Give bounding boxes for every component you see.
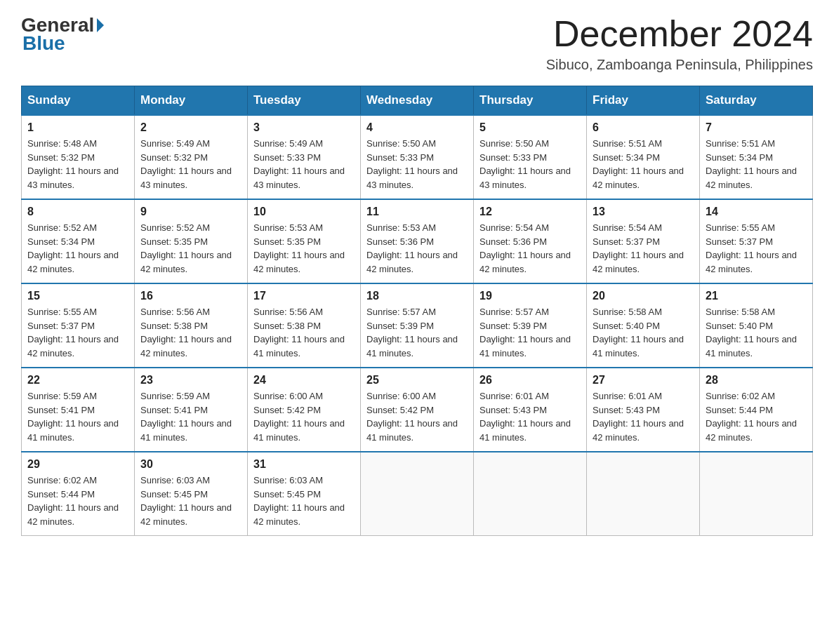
day-info-14: Sunrise: 5:55 AMSunset: 5:37 PMDaylight:… [706,221,807,276]
day-number-1: 1 [27,121,128,134]
day-number-12: 12 [479,206,581,218]
day-cell-23: 23Sunrise: 5:59 AMSunset: 5:41 PMDayligh… [135,368,248,452]
day-cell-25: 25Sunrise: 6:00 AMSunset: 5:42 PMDayligh… [361,368,474,452]
header-wednesday: Wednesday [361,86,474,116]
day-number-14: 14 [706,206,807,218]
day-cell-13: 13Sunrise: 5:54 AMSunset: 5:37 PMDayligh… [587,199,700,283]
day-info-26: Sunrise: 6:01 AMSunset: 5:43 PMDaylight:… [479,389,581,444]
empty-cell-w4-d3 [361,452,474,536]
header-thursday: Thursday [474,86,587,116]
day-number-26: 26 [479,374,581,387]
day-cell-6: 6Sunrise: 5:51 AMSunset: 5:34 PMDaylight… [587,115,700,199]
day-info-9: Sunrise: 5:52 AMSunset: 5:35 PMDaylight:… [140,221,241,276]
day-cell-2: 2Sunrise: 5:49 AMSunset: 5:32 PMDaylight… [135,115,248,199]
day-cell-24: 24Sunrise: 6:00 AMSunset: 5:42 PMDayligh… [248,368,361,452]
day-number-19: 19 [479,290,581,302]
empty-cell-w4-d5 [587,452,700,536]
day-cell-15: 15Sunrise: 5:55 AMSunset: 5:37 PMDayligh… [22,283,135,368]
day-cell-30: 30Sunrise: 6:03 AMSunset: 5:45 PMDayligh… [135,452,248,536]
day-cell-20: 20Sunrise: 5:58 AMSunset: 5:40 PMDayligh… [587,283,700,368]
day-info-25: Sunrise: 6:00 AMSunset: 5:42 PMDaylight:… [366,389,468,444]
day-cell-4: 4Sunrise: 5:50 AMSunset: 5:33 PMDaylight… [361,115,474,199]
day-number-5: 5 [479,121,581,134]
header-tuesday: Tuesday [248,86,361,116]
header-row: SundayMondayTuesdayWednesdayThursdayFrid… [22,86,813,116]
day-cell-16: 16Sunrise: 5:56 AMSunset: 5:38 PMDayligh… [135,283,248,368]
day-cell-28: 28Sunrise: 6:02 AMSunset: 5:44 PMDayligh… [700,368,813,452]
month-title: December 2024 [546,14,813,54]
day-number-25: 25 [366,374,468,387]
logo: General Blue [21,14,104,55]
title-section: December 2024 Sibuco, Zamboanga Peninsul… [546,14,813,73]
day-cell-1: 1Sunrise: 5:48 AMSunset: 5:32 PMDaylight… [22,115,135,199]
day-info-29: Sunrise: 6:02 AMSunset: 5:44 PMDaylight:… [27,474,128,528]
calendar-body: 1Sunrise: 5:48 AMSunset: 5:32 PMDaylight… [22,115,813,536]
day-info-2: Sunrise: 5:49 AMSunset: 5:32 PMDaylight:… [140,137,241,192]
day-cell-26: 26Sunrise: 6:01 AMSunset: 5:43 PMDayligh… [474,368,587,452]
day-cell-10: 10Sunrise: 5:53 AMSunset: 5:35 PMDayligh… [248,199,361,283]
day-cell-3: 3Sunrise: 5:49 AMSunset: 5:33 PMDaylight… [248,115,361,199]
day-number-13: 13 [593,206,694,218]
day-info-15: Sunrise: 5:55 AMSunset: 5:37 PMDaylight:… [27,305,128,360]
day-info-24: Sunrise: 6:00 AMSunset: 5:42 PMDaylight:… [253,389,355,444]
day-info-12: Sunrise: 5:54 AMSunset: 5:36 PMDaylight:… [479,221,581,276]
page-header: General Blue December 2024 Sibuco, Zambo… [21,14,813,73]
day-number-17: 17 [253,290,355,302]
day-cell-17: 17Sunrise: 5:56 AMSunset: 5:38 PMDayligh… [248,283,361,368]
empty-cell-w4-d4 [474,452,587,536]
day-cell-12: 12Sunrise: 5:54 AMSunset: 5:36 PMDayligh… [474,199,587,283]
day-number-15: 15 [27,290,128,302]
day-cell-5: 5Sunrise: 5:50 AMSunset: 5:33 PMDaylight… [474,115,587,199]
day-number-6: 6 [593,121,694,134]
day-cell-7: 7Sunrise: 5:51 AMSunset: 5:34 PMDaylight… [700,115,813,199]
day-number-2: 2 [140,121,241,134]
day-info-17: Sunrise: 5:56 AMSunset: 5:38 PMDaylight:… [253,305,355,360]
day-info-16: Sunrise: 5:56 AMSunset: 5:38 PMDaylight:… [140,305,241,360]
day-number-4: 4 [366,121,468,134]
day-cell-21: 21Sunrise: 5:58 AMSunset: 5:40 PMDayligh… [700,283,813,368]
day-info-3: Sunrise: 5:49 AMSunset: 5:33 PMDaylight:… [253,137,355,192]
day-info-18: Sunrise: 5:57 AMSunset: 5:39 PMDaylight:… [366,305,468,360]
day-number-21: 21 [706,290,807,302]
day-info-11: Sunrise: 5:53 AMSunset: 5:36 PMDaylight:… [366,221,468,276]
day-info-21: Sunrise: 5:58 AMSunset: 5:40 PMDaylight:… [706,305,807,360]
location-subtitle: Sibuco, Zamboanga Peninsula, Philippines [546,57,813,73]
day-info-1: Sunrise: 5:48 AMSunset: 5:32 PMDaylight:… [27,137,128,192]
day-number-27: 27 [593,374,694,387]
header-sunday: Sunday [22,86,135,116]
day-info-28: Sunrise: 6:02 AMSunset: 5:44 PMDaylight:… [706,389,807,444]
header-saturday: Saturday [700,86,813,116]
day-cell-22: 22Sunrise: 5:59 AMSunset: 5:41 PMDayligh… [22,368,135,452]
day-info-13: Sunrise: 5:54 AMSunset: 5:37 PMDaylight:… [593,221,694,276]
day-number-31: 31 [253,458,355,471]
day-cell-18: 18Sunrise: 5:57 AMSunset: 5:39 PMDayligh… [361,283,474,368]
week-row-2: 8Sunrise: 5:52 AMSunset: 5:34 PMDaylight… [22,199,813,283]
day-cell-14: 14Sunrise: 5:55 AMSunset: 5:37 PMDayligh… [700,199,813,283]
day-cell-11: 11Sunrise: 5:53 AMSunset: 5:36 PMDayligh… [361,199,474,283]
header-friday: Friday [587,86,700,116]
day-cell-31: 31Sunrise: 6:03 AMSunset: 5:45 PMDayligh… [248,452,361,536]
day-info-31: Sunrise: 6:03 AMSunset: 5:45 PMDaylight:… [253,474,355,528]
day-number-3: 3 [253,121,355,134]
day-info-30: Sunrise: 6:03 AMSunset: 5:45 PMDaylight:… [140,474,241,528]
week-row-3: 15Sunrise: 5:55 AMSunset: 5:37 PMDayligh… [22,283,813,368]
day-number-16: 16 [140,290,241,302]
day-number-20: 20 [593,290,694,302]
day-number-10: 10 [253,206,355,218]
week-row-1: 1Sunrise: 5:48 AMSunset: 5:32 PMDaylight… [22,115,813,199]
day-number-8: 8 [27,206,128,218]
day-number-7: 7 [706,121,807,134]
calendar-header: SundayMondayTuesdayWednesdayThursdayFrid… [22,86,813,116]
day-number-28: 28 [706,374,807,387]
empty-cell-w4-d6 [700,452,813,536]
day-info-23: Sunrise: 5:59 AMSunset: 5:41 PMDaylight:… [140,389,241,444]
header-monday: Monday [135,86,248,116]
day-cell-19: 19Sunrise: 5:57 AMSunset: 5:39 PMDayligh… [474,283,587,368]
day-number-9: 9 [140,206,241,218]
day-info-27: Sunrise: 6:01 AMSunset: 5:43 PMDaylight:… [593,389,694,444]
day-cell-9: 9Sunrise: 5:52 AMSunset: 5:35 PMDaylight… [135,199,248,283]
day-info-8: Sunrise: 5:52 AMSunset: 5:34 PMDaylight:… [27,221,128,276]
day-number-23: 23 [140,374,241,387]
day-number-11: 11 [366,206,468,218]
day-cell-27: 27Sunrise: 6:01 AMSunset: 5:43 PMDayligh… [587,368,700,452]
